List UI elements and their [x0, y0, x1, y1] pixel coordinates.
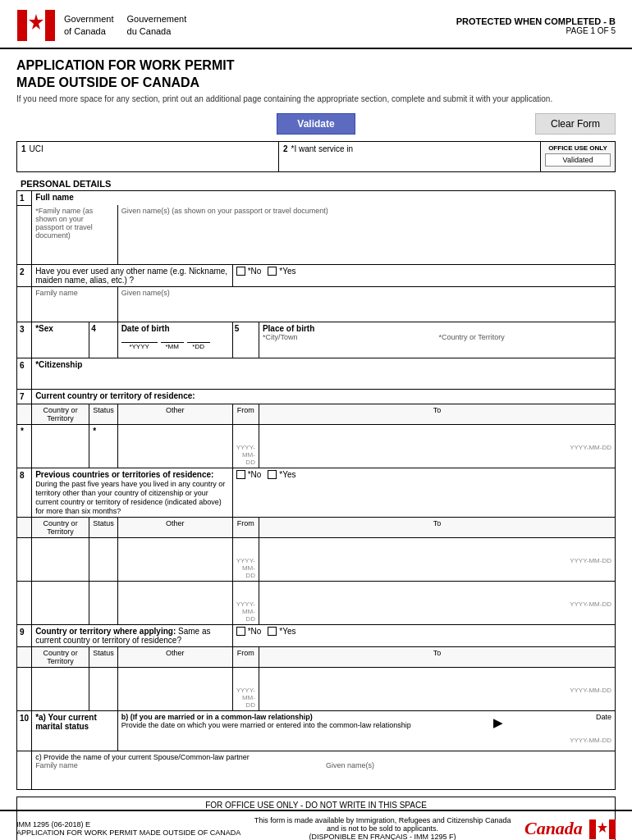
prev-from1-input[interactable]	[236, 540, 255, 556]
row8-yes-label[interactable]: *Yes	[268, 470, 295, 479]
prev-country1-input[interactable]	[35, 540, 85, 563]
row8-col3: Other	[117, 518, 232, 538]
partner-given-input[interactable]	[326, 769, 611, 788]
row2-yes-checkbox[interactable]	[268, 267, 277, 276]
row9-label-cell: Country or territory where applying: Sam…	[32, 625, 233, 647]
row8-d1-other	[117, 538, 232, 582]
dob-dd-input[interactable]	[187, 333, 210, 343]
row7-d1-status: *	[89, 425, 118, 468]
sex-input[interactable]	[35, 333, 85, 351]
row8-d1-spacer	[17, 538, 32, 582]
footer-center-text: This form is made available by Immigrati…	[249, 816, 516, 833]
main-form-table: 1 Full name *Family name (as shown on yo…	[16, 190, 616, 791]
prev-other2-input[interactable]	[121, 583, 229, 606]
gov-name-fr: Gouvernement du Canada	[127, 13, 187, 39]
row9-yes-checkbox[interactable]	[268, 627, 277, 636]
row2-no-checkbox-label[interactable]: *No	[236, 267, 262, 276]
dob-dd-label: *DD	[192, 343, 204, 350]
row8-d1-to: YYYY-MM-DD	[259, 538, 615, 582]
row8-d2-spacer	[17, 582, 32, 625]
row8-yes-checkbox[interactable]	[268, 470, 277, 479]
prev-country2-input[interactable]	[35, 583, 85, 606]
pob-country-input[interactable]	[438, 341, 611, 356]
personal-details-header: PERSONAL DETAILS	[16, 176, 616, 190]
row8-no-checkbox[interactable]	[236, 470, 245, 479]
applying-to-input[interactable]	[263, 669, 611, 686]
row8-d2-from: YYYY-MM-DD	[232, 582, 259, 625]
row8-d2-status	[89, 582, 118, 625]
footer-center: This form is made available by Immigrati…	[240, 816, 524, 840]
gov-name: Government of Canada	[64, 13, 114, 39]
marital-date-format: YYYY-MM-DD	[507, 737, 611, 744]
office-validated-label: Validated	[545, 153, 611, 167]
footer-canada-logo: Canada	[524, 818, 616, 839]
current-status-input[interactable]	[93, 436, 114, 459]
marital-status-input[interactable]	[35, 731, 114, 749]
current-from-input[interactable]	[236, 427, 255, 443]
row9-d1-from: YYYY-MM-DD	[232, 668, 259, 711]
current-other-input[interactable]	[121, 427, 229, 450]
row3-pob-label: Place of birth	[263, 324, 611, 333]
row9-no-label[interactable]: *No	[236, 627, 262, 636]
uci-input[interactable]	[21, 153, 274, 168]
row9-checkbox-cell: *No *Yes	[232, 625, 615, 647]
clear-form-button[interactable]: Clear Form	[535, 113, 616, 135]
prev-status2-input[interactable]	[93, 583, 114, 606]
current-country-input[interactable]	[35, 427, 85, 450]
prev-to1-input[interactable]	[263, 540, 611, 556]
row10-c-cell: c) Provide the name of your current Spou…	[32, 751, 616, 790]
row2-family-label: Family name	[35, 289, 114, 297]
citizenship-input[interactable]	[35, 369, 611, 387]
row9-d1-status	[89, 668, 118, 711]
prev-to2-input[interactable]	[263, 583, 611, 600]
applying-to-format: YYYY-MM-DD	[263, 687, 611, 694]
othernames-family-input[interactable]	[35, 297, 114, 320]
current-to-input[interactable]	[263, 427, 611, 443]
prev-status1-input[interactable]	[93, 540, 114, 563]
row8-col5: To	[259, 518, 615, 538]
uci-field-label: UCI	[30, 144, 44, 153]
row9-spacer	[17, 647, 32, 668]
row9-d1-to: YYYY-MM-DD	[259, 668, 615, 711]
row9-no-checkbox[interactable]	[236, 627, 245, 636]
row8-no-label[interactable]: *No	[236, 470, 262, 479]
othernames-given-input[interactable]	[121, 297, 611, 320]
row8-d1-status	[89, 538, 118, 582]
partner-family-input[interactable]	[35, 769, 321, 788]
row2-no-checkbox[interactable]	[236, 267, 245, 276]
row9-d1-country	[32, 668, 89, 711]
row10-b-text-cell: b) (If you are married or in a common-la…	[121, 713, 488, 729]
pob-city-input[interactable]	[263, 341, 436, 356]
applying-from-input[interactable]	[236, 669, 255, 686]
marital-date-input[interactable]	[507, 721, 611, 736]
row-othernames-inputs: Family name Given name(s)	[17, 287, 616, 322]
prev-from2-input[interactable]	[236, 583, 255, 600]
applying-status-input[interactable]	[93, 669, 114, 692]
validate-button[interactable]: Validate	[277, 113, 355, 135]
row7-col2: Status	[89, 404, 118, 425]
dob-yyyy-input[interactable]	[121, 333, 158, 343]
row2-yes-checkbox-label[interactable]: *Yes	[268, 267, 295, 276]
row6-num: 6	[17, 358, 32, 390]
applying-country-input[interactable]	[35, 669, 85, 692]
dob-yyyy-label: *YYYY	[129, 343, 149, 350]
applying-other-input[interactable]	[121, 669, 229, 692]
row9-col3: Other	[117, 647, 232, 668]
row6-cell: *Citizenship	[32, 358, 616, 390]
fullname-given-input[interactable]	[121, 215, 611, 238]
row3-dob-label: Date of birth	[121, 324, 229, 333]
row1-label: Full name	[35, 193, 74, 202]
row9-yes-label[interactable]: *Yes	[268, 627, 295, 636]
fullname-family-input[interactable]	[35, 240, 114, 262]
row10-date-cell: Date YYYY-MM-DD	[507, 713, 611, 744]
row2-family-cell: Family name	[32, 287, 118, 322]
service-input[interactable]	[283, 153, 536, 168]
prev-other1-input[interactable]	[121, 540, 229, 563]
prev-to1-format: YYYY-MM-DD	[263, 557, 611, 564]
row7-col1: Country or Territory	[32, 404, 89, 425]
row9-col1: Country or Territory	[32, 647, 89, 668]
row10-b-label: b) (If you are married or in a common-la…	[121, 713, 488, 721]
footer-center-sub: (DISPONIBLE EN FRANÇAIS - IMM 1295 F)	[249, 833, 516, 840]
row-fullname-inputs: *Family name (as shown on your passport …	[17, 205, 616, 265]
dob-mm-input[interactable]	[161, 333, 184, 343]
